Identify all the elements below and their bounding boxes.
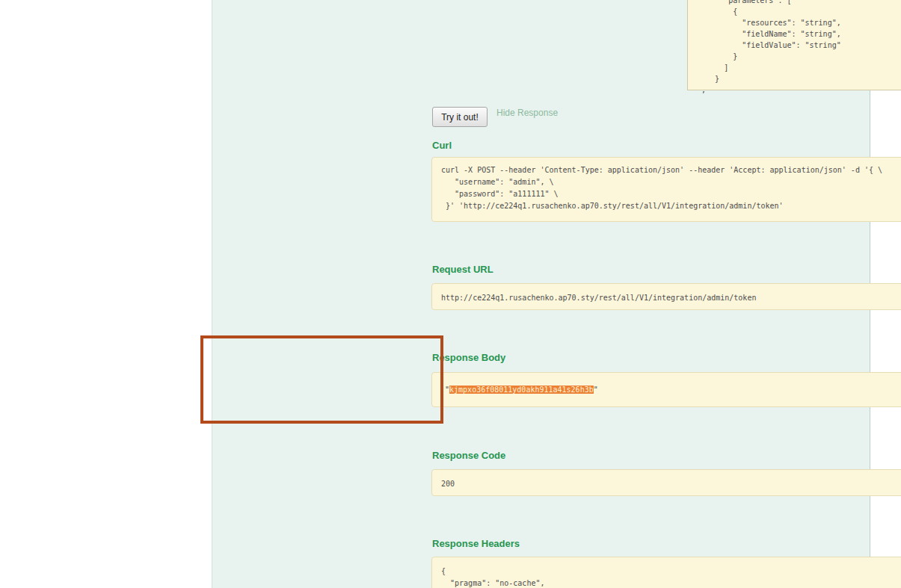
response-code-box: 200 bbox=[431, 469, 901, 496]
body-parameter-json-editor[interactable]: "parameters": [ { "resources": "string",… bbox=[687, 0, 901, 90]
post-operation-content-panel: "parameters": [ { "resources": "string",… bbox=[212, 0, 870, 588]
response-code-text: 200 bbox=[432, 470, 901, 490]
hide-response-link[interactable]: Hide Response bbox=[496, 108, 558, 118]
highlighted-token: kjmpxo36f08011yd0akh911a41s26h3b bbox=[449, 386, 594, 394]
response-body-box: "kjmpxo36f08011yd0akh911a41s26h3b" bbox=[431, 372, 901, 407]
curl-code-block: curl -X POST --header 'Content-Type: app… bbox=[431, 157, 901, 222]
response-code-heading: Response Code bbox=[432, 450, 505, 461]
json-trailing-comma: , bbox=[701, 86, 706, 94]
response-headers-box: { "pragma": "no-cache", bbox=[431, 557, 901, 588]
response-headers-heading: Response Headers bbox=[432, 538, 520, 549]
response-headers-text: { "pragma": "no-cache", bbox=[432, 557, 901, 588]
close-quote: " bbox=[594, 386, 598, 394]
swagger-operation-page: "parameters": [ { "resources": "string",… bbox=[0, 0, 901, 588]
request-url-heading: Request URL bbox=[432, 264, 493, 275]
response-body-text: "kjmpxo36f08011yd0akh911a41s26h3b" bbox=[432, 373, 901, 396]
body-parameter-json-text[interactable]: "parameters": [ { "resources": "string",… bbox=[688, 0, 841, 84]
curl-command-text: curl -X POST --header 'Content-Type: app… bbox=[432, 158, 901, 212]
request-url-text: http://ce224q1.rusachenko.ap70.sty/rest/… bbox=[432, 284, 901, 304]
try-it-out-button[interactable]: Try it out! bbox=[432, 107, 488, 127]
curl-heading: Curl bbox=[432, 140, 452, 151]
response-body-heading: Response Body bbox=[432, 352, 505, 363]
request-url-box: http://ce224q1.rusachenko.ap70.sty/rest/… bbox=[431, 283, 901, 310]
